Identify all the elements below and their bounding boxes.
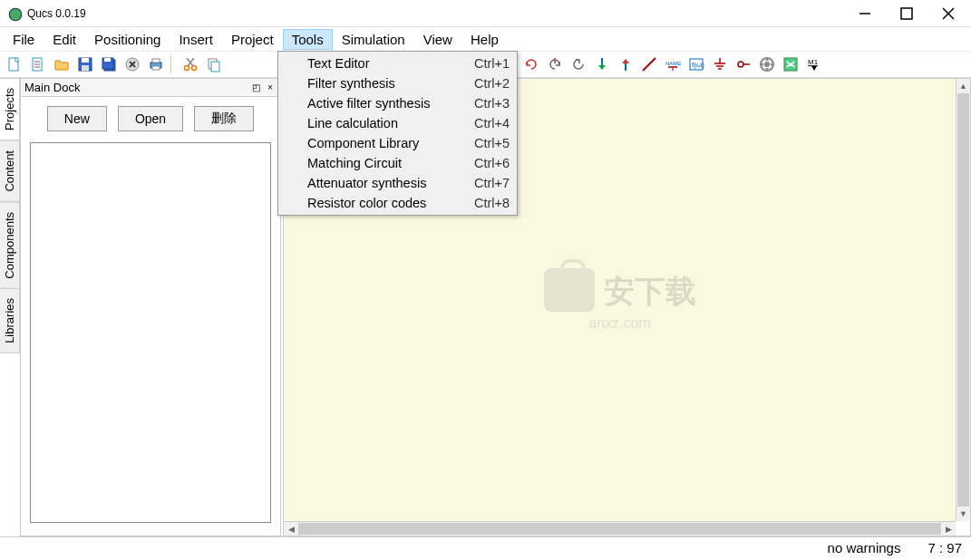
svg-text:f(ω): f(ω)	[692, 61, 704, 69]
scroll-right-icon[interactable]: ▶	[941, 522, 956, 536]
svg-line-25	[187, 58, 193, 66]
svg-rect-15	[104, 58, 111, 62]
menu-simulation[interactable]: Simulation	[333, 29, 414, 50]
mirror-h-icon[interactable]	[544, 53, 566, 75]
tools-active-filter-synthesis[interactable]: Active filter synthesisCtrl+3	[280, 93, 515, 113]
menu-insert[interactable]: Insert	[170, 29, 222, 50]
port-icon[interactable]	[733, 53, 754, 75]
menu-view[interactable]: View	[414, 29, 461, 50]
copy-icon[interactable]	[203, 53, 225, 75]
svg-point-46	[764, 62, 770, 67]
new-project-button[interactable]: New	[47, 106, 107, 131]
svg-text:NAME: NAME	[665, 61, 681, 66]
cut-icon[interactable]	[180, 53, 201, 75]
tab-components[interactable]: Components	[0, 202, 20, 289]
svg-rect-20	[152, 59, 160, 63]
tools-resistor-color-codes[interactable]: Resistor color codesCtrl+8	[280, 193, 515, 213]
equation-icon[interactable]: f(ω)	[685, 53, 707, 75]
tab-projects[interactable]: Projects	[0, 78, 20, 140]
status-position: 7 : 97	[927, 540, 962, 555]
scrollbar-vertical[interactable]: ▲ ▼	[956, 79, 970, 521]
project-list[interactable]	[30, 142, 271, 523]
new-file-icon[interactable]	[4, 53, 25, 75]
dock-title: Main Dock	[24, 81, 248, 94]
open-icon[interactable]	[51, 53, 73, 75]
menu-positioning[interactable]: Positioning	[85, 29, 170, 50]
scroll-left-icon[interactable]: ◀	[284, 522, 298, 536]
dock-close-button[interactable]: ×	[264, 82, 277, 94]
wire-icon[interactable]	[638, 53, 660, 75]
menu-edit[interactable]: Edit	[44, 29, 85, 50]
tab-content[interactable]: Content	[0, 140, 20, 202]
tools-attenuator-synthesis[interactable]: Attenuator synthesisCtrl+7	[280, 173, 515, 193]
svg-line-24	[188, 58, 194, 66]
statusbar: no warnings 7 : 97	[0, 536, 971, 558]
titlebar: Qucs 0.0.19	[0, 0, 971, 27]
tools-line-calculation[interactable]: Line calculationCtrl+4	[280, 113, 515, 133]
scroll-down-icon[interactable]: ▼	[956, 507, 970, 521]
minimize-button[interactable]	[844, 0, 886, 27]
menu-help[interactable]: Help	[461, 29, 508, 50]
svg-line-33	[643, 58, 655, 71]
menu-tools[interactable]: Tools	[283, 29, 333, 50]
svg-rect-27	[211, 62, 219, 72]
menu-file[interactable]: File	[4, 29, 44, 50]
delete-project-button[interactable]: 删除	[194, 106, 254, 131]
simulate-icon[interactable]	[756, 53, 778, 75]
window-title: Qucs 0.0.19	[27, 7, 844, 20]
side-tabs: Projects Content Components Libraries	[0, 78, 20, 536]
watermark: 安下载 anxz.com	[544, 268, 696, 332]
svg-text:M1: M1	[808, 58, 819, 66]
menubar: File Edit Positioning Insert Project Too…	[0, 27, 971, 51]
ground-icon[interactable]	[709, 53, 731, 75]
app-icon	[7, 6, 22, 21]
scrollbar-v-thumb[interactable]	[957, 93, 969, 507]
tools-matching-circuit[interactable]: Matching CircuitCtrl+6	[280, 153, 515, 173]
maximize-button[interactable]	[886, 0, 927, 27]
menu-project[interactable]: Project	[222, 29, 283, 50]
tab-libraries[interactable]: Libraries	[0, 288, 20, 353]
svg-rect-2	[901, 8, 912, 19]
arrow-up-icon[interactable]	[615, 53, 636, 75]
tools-dropdown: Text EditorCtrl+1 Filter synthesisCtrl+2…	[277, 51, 518, 216]
tools-text-editor[interactable]: Text EditorCtrl+1	[280, 53, 515, 73]
marker-icon[interactable]: M1	[803, 53, 825, 75]
scrollbar-h-thumb[interactable]	[298, 523, 941, 535]
toolbar-separator	[170, 55, 176, 73]
tools-component-library[interactable]: Component LibraryCtrl+5	[280, 133, 515, 153]
mirror-v-icon[interactable]	[568, 53, 589, 75]
save-icon[interactable]	[74, 53, 96, 75]
arrow-down-icon[interactable]	[591, 53, 613, 75]
main-dock: Main Dock ◰ × New Open 删除	[20, 78, 281, 536]
wire-label-icon[interactable]: NAME	[662, 53, 684, 75]
dock-float-button[interactable]: ◰	[249, 82, 262, 94]
rotate-ccw-icon[interactable]	[520, 53, 542, 75]
close-file-icon[interactable]	[121, 53, 143, 75]
new-text-icon[interactable]	[27, 53, 49, 75]
svg-rect-5	[9, 58, 18, 71]
print-icon[interactable]	[145, 53, 167, 75]
save-all-icon[interactable]	[98, 53, 120, 75]
status-warnings: no warnings	[828, 540, 901, 555]
svg-point-43	[738, 62, 743, 67]
tools-filter-synthesis[interactable]: Filter synthesisCtrl+2	[280, 73, 515, 93]
dock-header: Main Dock ◰ ×	[21, 79, 280, 97]
svg-rect-21	[152, 66, 160, 70]
show-messages-icon[interactable]	[780, 53, 801, 75]
scroll-up-icon[interactable]: ▲	[956, 79, 970, 93]
svg-rect-11	[82, 58, 89, 63]
scrollbar-horizontal[interactable]: ◀ ▶	[284, 521, 956, 536]
svg-point-0	[9, 8, 22, 21]
svg-rect-12	[82, 65, 89, 71]
close-button[interactable]	[927, 0, 969, 27]
open-project-button[interactable]: Open	[118, 106, 183, 131]
